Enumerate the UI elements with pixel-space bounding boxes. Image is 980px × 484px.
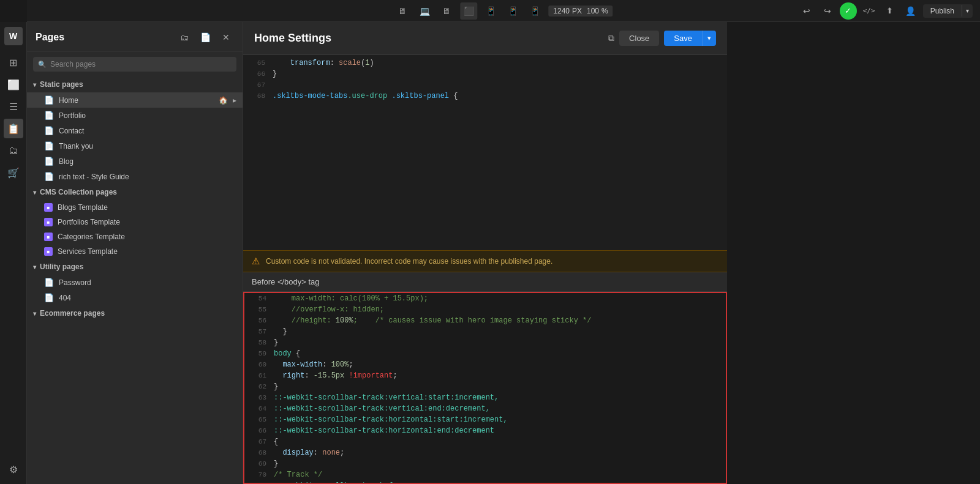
zoom-unit: % xyxy=(601,7,608,15)
publish-main-button[interactable]: Publish xyxy=(923,4,962,18)
cms-icon-btn[interactable]: 🗂 xyxy=(4,141,23,160)
device-mobile-btn[interactable]: 📱 xyxy=(526,2,543,20)
layers-icon-btn[interactable]: ☰ xyxy=(4,97,23,116)
device-mobile-large-btn[interactable]: 📱 xyxy=(504,2,521,20)
page-name-404: 404 xyxy=(59,294,236,302)
save-dropdown-button[interactable]: ▾ xyxy=(702,31,716,46)
page-name-password: Password xyxy=(59,278,236,287)
page-icon-home: 📄 xyxy=(44,95,54,105)
undo-button[interactable]: ↩ xyxy=(798,2,815,20)
page-icon-portfolio: 📄 xyxy=(44,111,54,120)
page-name-services-template: Services Template xyxy=(58,247,236,256)
publish-arrow-button[interactable]: ▾ xyxy=(962,5,973,17)
left-icon-bar: W ⊞ ⬜ ☰ 📋 🗂 🛒 ⚙ xyxy=(0,22,27,484)
export-button[interactable]: ⬆ xyxy=(881,2,899,20)
device-desktop2-btn[interactable]: 🖥 xyxy=(438,2,455,20)
code-line-54: 54 max-width: calc(100% + 15.5px); xyxy=(244,293,726,304)
settings-header-buttons: ⧉ Close Save ▾ xyxy=(608,31,716,46)
add-section-icon-btn[interactable]: ⊞ xyxy=(4,53,23,72)
close-button[interactable]: Close xyxy=(619,31,659,46)
px-unit: PX xyxy=(572,7,582,15)
page-name-thank-you: Thank you xyxy=(59,142,236,151)
code-line-65-top: 65 transform: scale(1) xyxy=(243,58,727,69)
cms-icon-blogs: ■ xyxy=(44,203,53,212)
code-line-66: 66 ::-webkit-scrollbar-track:horizontal:… xyxy=(244,425,726,436)
publish-button-group: Publish ▾ xyxy=(923,4,973,18)
page-item-thank-you[interactable]: 📄 Thank you xyxy=(27,138,243,154)
code-line-65: 65 ::-webkit-scrollbar-track:horizontal:… xyxy=(244,414,726,425)
page-name-home: Home xyxy=(59,96,214,105)
ecommerce-icon-btn[interactable]: 🛒 xyxy=(4,163,23,182)
page-item-404[interactable]: 📄 404 xyxy=(27,290,243,305)
page-item-services-template[interactable]: ■ Services Template xyxy=(27,244,243,259)
settings-panel: Home Settings ⧉ Close Save ▾ 65 transfor… xyxy=(243,22,727,484)
page-item-home[interactable]: 📄 Home 🏠 ▸ xyxy=(27,92,243,108)
settings-header: Home Settings ⧉ Close Save ▾ xyxy=(243,22,727,55)
device-tablet-landscape-btn[interactable]: ⬛ xyxy=(460,2,477,20)
cms-pages-section-header[interactable]: ▾ CMS Collection pages xyxy=(27,184,243,200)
toolbar-right: ↩ ↪ ✓ </> ⬆ 👤 Publish ▾ xyxy=(798,2,973,20)
page-item-contact[interactable]: 📄 Contact xyxy=(27,123,243,138)
editable-code-area[interactable]: 54 max-width: calc(100% + 15.5px); 55 //… xyxy=(243,292,727,485)
redo-button[interactable]: ↪ xyxy=(819,2,836,20)
settings-icon-btn[interactable]: ⚙ xyxy=(4,460,23,479)
page-item-portfolio[interactable]: 📄 Portfolio xyxy=(27,108,243,123)
code-toggle-button[interactable]: </> xyxy=(861,2,878,20)
device-tablet-btn[interactable]: 📱 xyxy=(482,2,499,20)
code-line-62: 62 } xyxy=(244,381,726,392)
page-item-portfolios-template[interactable]: ■ Portfolios Template xyxy=(27,215,243,229)
pages-icon-btn[interactable]: 📋 xyxy=(4,119,23,138)
page-icon-thank-you: 📄 xyxy=(44,141,54,151)
cms-icon-portfolios: ■ xyxy=(44,218,53,226)
device-desktop-btn[interactable]: 🖥 xyxy=(394,2,411,20)
code-line-57: 57 } xyxy=(244,326,726,337)
ecommerce-pages-section-header[interactable]: ▾ Ecommerce pages xyxy=(27,305,243,321)
sidebar-title: Pages xyxy=(36,32,64,43)
pages-sidebar: Pages 🗂 📄 ✕ 🔍 ▾ Static pages 📄 Home 🏠 ▸ … xyxy=(27,22,243,484)
add-page-button[interactable]: 📄 xyxy=(197,29,213,45)
page-name-portfolios-template: Portfolios Template xyxy=(58,218,236,226)
check-button[interactable]: ✓ xyxy=(840,2,857,20)
settings-title: Home Settings xyxy=(254,32,331,45)
save-button-group: Save ▾ xyxy=(664,31,716,46)
utility-pages-section-header[interactable]: ▾ Utility pages xyxy=(27,259,243,275)
sidebar-header: Pages 🗂 📄 ✕ xyxy=(27,22,243,52)
ecommerce-pages-chevron: ▾ xyxy=(33,310,36,317)
px-display: 1240 PX 100 % xyxy=(548,6,612,17)
elements-icon-btn[interactable]: ⬜ xyxy=(4,75,23,94)
sidebar-header-icons: 🗂 📄 ✕ xyxy=(176,29,234,45)
warning-icon: ⚠ xyxy=(252,256,260,267)
save-main-button[interactable]: Save xyxy=(664,31,702,46)
page-item-blogs-template[interactable]: ■ Blogs Template xyxy=(27,200,243,215)
home-chevron-icon: ▸ xyxy=(233,96,236,105)
static-pages-section-header[interactable]: ▾ Static pages xyxy=(27,76,243,92)
utility-pages-chevron: ▾ xyxy=(33,264,36,270)
page-icon-rich-text: 📄 xyxy=(44,172,54,181)
add-folder-button[interactable]: 🗂 xyxy=(176,29,192,45)
page-item-categories-template[interactable]: ■ Categories Template xyxy=(27,229,243,244)
page-icon-404: 📄 xyxy=(44,293,54,302)
cms-icon-categories: ■ xyxy=(44,233,53,241)
page-name-blog: Blog xyxy=(59,157,236,166)
close-sidebar-button[interactable]: ✕ xyxy=(218,29,234,45)
search-icon: 🔍 xyxy=(38,61,47,69)
page-item-password[interactable]: 📄 Password xyxy=(27,275,243,290)
app-logo[interactable]: W xyxy=(4,27,23,45)
search-input[interactable] xyxy=(50,60,232,69)
code-line-67: 67 { xyxy=(244,436,726,447)
code-line-70: 70 /* Track */ xyxy=(244,469,726,480)
code-line-68: 68 display: none; xyxy=(244,447,726,458)
copy-icon[interactable]: ⧉ xyxy=(608,33,614,43)
warning-bar: ⚠ Custom code is not validated. Incorrec… xyxy=(243,250,727,272)
zoom-value: 100 xyxy=(587,7,599,15)
code-line-66-top: 66 } xyxy=(243,69,727,80)
cms-icon-services: ■ xyxy=(44,247,53,256)
person-button[interactable]: 👤 xyxy=(902,2,919,20)
utility-pages-label: Utility pages xyxy=(40,262,83,271)
page-item-rich-text[interactable]: 📄 rich text - Style Guide xyxy=(27,169,243,184)
code-line-64: 64 ::-webkit-scrollbar-track:vertical:en… xyxy=(244,403,726,414)
device-laptop-btn[interactable]: 💻 xyxy=(416,2,433,20)
toolbar-center: 🖥 💻 🖥 ⬛ 📱 📱 📱 1240 PX 100 % xyxy=(394,2,612,20)
page-item-blog[interactable]: 📄 Blog xyxy=(27,154,243,169)
code-line-58: 58 } xyxy=(244,337,726,348)
